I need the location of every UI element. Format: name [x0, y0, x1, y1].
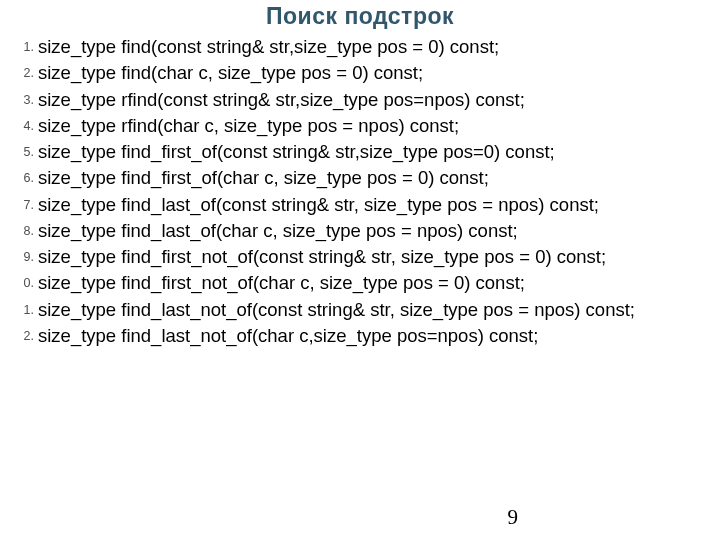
list-item: size_type find_first_not_of(const string… [38, 246, 720, 271]
list-item: size_type find_last_not_of(char c,size_t… [38, 325, 720, 350]
list-item: size_type find_last_not_of(const string&… [38, 299, 720, 324]
list-item: size_type find_first_of(const string& st… [38, 141, 720, 166]
list-item: size_type rfind(const string& str,size_t… [38, 89, 720, 114]
page-number: 9 [508, 505, 519, 530]
list-item: size_type find_last_of(const string& str… [38, 194, 720, 219]
list-item: size_type find(const string& str,size_ty… [38, 36, 720, 61]
list-item: size_type find(char c, size_type pos = 0… [38, 62, 720, 87]
list-item: size_type rfind(char c, size_type pos = … [38, 115, 720, 140]
list-item: size_type find_last_of(char c, size_type… [38, 220, 720, 245]
list-item: size_type find_first_of(char c, size_typ… [38, 167, 720, 192]
page-title: Поиск подстрок [0, 0, 720, 36]
list-item: size_type find_first_not_of(char c, size… [38, 272, 720, 297]
numbered-list: size_type find(const string& str,size_ty… [0, 36, 720, 350]
